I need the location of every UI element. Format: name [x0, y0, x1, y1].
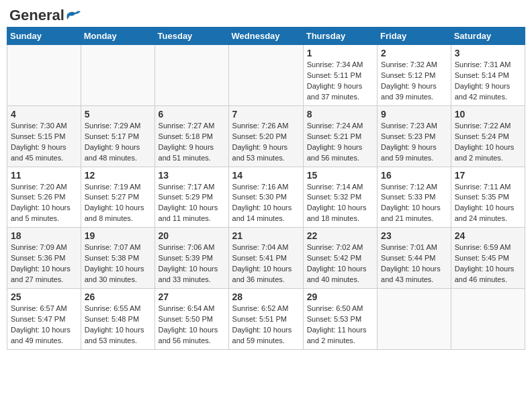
calendar-cell: 14Sunrise: 7:16 AM Sunset: 5:30 PM Dayli…: [228, 167, 303, 228]
calendar-week-row: 18Sunrise: 7:09 AM Sunset: 5:36 PM Dayli…: [7, 228, 525, 289]
calendar-cell: 11Sunrise: 7:20 AM Sunset: 5:26 PM Dayli…: [7, 167, 81, 228]
day-number: 1: [307, 48, 373, 58]
day-number: 17: [455, 170, 521, 181]
day-number: 27: [159, 291, 225, 302]
day-info: Sunrise: 6:55 AM Sunset: 5:48 PM Dayligh…: [85, 304, 151, 347]
day-info: Sunrise: 7:26 AM Sunset: 5:20 PM Dayligh…: [232, 121, 300, 164]
calendar-week-row: 1Sunrise: 7:34 AM Sunset: 5:11 PM Daylig…: [7, 45, 525, 106]
calendar-cell: 19Sunrise: 7:07 AM Sunset: 5:38 PM Dayli…: [81, 228, 154, 289]
calendar-cell: 13Sunrise: 7:17 AM Sunset: 5:29 PM Dayli…: [154, 167, 228, 228]
logo-bird-icon: [66, 9, 81, 21]
day-info: Sunrise: 7:17 AM Sunset: 5:29 PM Dayligh…: [159, 182, 225, 225]
calendar-cell: 17Sunrise: 7:11 AM Sunset: 5:35 PM Dayli…: [451, 167, 525, 228]
day-number: 28: [232, 291, 300, 302]
day-info: Sunrise: 7:27 AM Sunset: 5:18 PM Dayligh…: [159, 121, 225, 164]
day-number: 10: [455, 109, 521, 120]
page-header: General: [7, 7, 525, 21]
col-header-wednesday: Wednesday: [228, 28, 303, 45]
day-number: 23: [381, 230, 447, 241]
calendar-cell: 15Sunrise: 7:14 AM Sunset: 5:32 PM Dayli…: [303, 167, 377, 228]
calendar-table: SundayMondayTuesdayWednesdayThursdayFrid…: [7, 27, 525, 350]
calendar-header-row: SundayMondayTuesdayWednesdayThursdayFrid…: [7, 28, 525, 45]
calendar-cell: [451, 289, 525, 350]
calendar-cell: 22Sunrise: 7:02 AM Sunset: 5:42 PM Dayli…: [303, 228, 377, 289]
calendar-cell: [154, 45, 228, 106]
day-number: 22: [307, 230, 373, 241]
day-number: 6: [159, 109, 225, 120]
day-info: Sunrise: 7:14 AM Sunset: 5:32 PM Dayligh…: [307, 182, 373, 225]
day-number: 3: [455, 48, 521, 58]
calendar-cell: 1Sunrise: 7:34 AM Sunset: 5:11 PM Daylig…: [303, 45, 377, 106]
day-info: Sunrise: 7:31 AM Sunset: 5:14 PM Dayligh…: [455, 60, 521, 103]
col-header-friday: Friday: [378, 28, 451, 45]
day-number: 11: [11, 170, 77, 181]
calendar-cell: 2Sunrise: 7:32 AM Sunset: 5:12 PM Daylig…: [378, 45, 451, 106]
calendar-cell: 10Sunrise: 7:22 AM Sunset: 5:24 PM Dayli…: [451, 105, 525, 167]
col-header-thursday: Thursday: [303, 28, 377, 45]
day-number: 12: [85, 170, 151, 181]
calendar-cell: 27Sunrise: 6:54 AM Sunset: 5:50 PM Dayli…: [154, 289, 228, 350]
day-info: Sunrise: 7:19 AM Sunset: 5:27 PM Dayligh…: [85, 182, 151, 225]
day-info: Sunrise: 7:07 AM Sunset: 5:38 PM Dayligh…: [85, 242, 151, 285]
day-number: 9: [381, 109, 447, 120]
col-header-tuesday: Tuesday: [154, 28, 228, 45]
day-info: Sunrise: 7:11 AM Sunset: 5:35 PM Dayligh…: [455, 182, 521, 225]
logo-general: General: [9, 7, 64, 24]
day-number: 13: [159, 170, 225, 181]
calendar-cell: [378, 289, 451, 350]
calendar-cell: 9Sunrise: 7:23 AM Sunset: 5:23 PM Daylig…: [378, 105, 451, 167]
day-number: 5: [85, 109, 151, 120]
day-info: Sunrise: 7:20 AM Sunset: 5:26 PM Dayligh…: [11, 182, 77, 225]
calendar-cell: 18Sunrise: 7:09 AM Sunset: 5:36 PM Dayli…: [7, 228, 81, 289]
day-info: Sunrise: 6:59 AM Sunset: 5:45 PM Dayligh…: [455, 242, 521, 285]
calendar-cell: [7, 45, 81, 106]
day-number: 4: [11, 109, 77, 120]
day-info: Sunrise: 7:30 AM Sunset: 5:15 PM Dayligh…: [11, 121, 77, 164]
day-number: 29: [307, 291, 373, 302]
day-number: 19: [85, 230, 151, 241]
calendar-cell: 24Sunrise: 6:59 AM Sunset: 5:45 PM Dayli…: [451, 228, 525, 289]
calendar-cell: 21Sunrise: 7:04 AM Sunset: 5:41 PM Dayli…: [228, 228, 303, 289]
calendar-cell: 5Sunrise: 7:29 AM Sunset: 5:17 PM Daylig…: [81, 105, 154, 167]
day-info: Sunrise: 7:04 AM Sunset: 5:41 PM Dayligh…: [232, 242, 300, 285]
calendar-week-row: 4Sunrise: 7:30 AM Sunset: 5:15 PM Daylig…: [7, 105, 525, 167]
day-number: 21: [232, 230, 300, 241]
day-info: Sunrise: 7:09 AM Sunset: 5:36 PM Dayligh…: [11, 242, 77, 285]
col-header-saturday: Saturday: [451, 28, 525, 45]
calendar-week-row: 25Sunrise: 6:57 AM Sunset: 5:47 PM Dayli…: [7, 289, 525, 350]
day-info: Sunrise: 7:22 AM Sunset: 5:24 PM Dayligh…: [455, 121, 521, 164]
calendar-cell: 6Sunrise: 7:27 AM Sunset: 5:18 PM Daylig…: [154, 105, 228, 167]
day-info: Sunrise: 7:12 AM Sunset: 5:33 PM Dayligh…: [381, 182, 447, 225]
calendar-cell: [228, 45, 303, 106]
day-info: Sunrise: 7:01 AM Sunset: 5:44 PM Dayligh…: [381, 242, 447, 285]
calendar-cell: 23Sunrise: 7:01 AM Sunset: 5:44 PM Dayli…: [378, 228, 451, 289]
day-info: Sunrise: 7:34 AM Sunset: 5:11 PM Dayligh…: [307, 60, 373, 103]
day-number: 18: [11, 230, 77, 241]
calendar-cell: 4Sunrise: 7:30 AM Sunset: 5:15 PM Daylig…: [7, 105, 81, 167]
day-number: 25: [11, 291, 77, 302]
day-info: Sunrise: 6:50 AM Sunset: 5:53 PM Dayligh…: [307, 304, 373, 347]
day-info: Sunrise: 6:52 AM Sunset: 5:51 PM Dayligh…: [232, 304, 300, 347]
day-info: Sunrise: 7:06 AM Sunset: 5:39 PM Dayligh…: [159, 242, 225, 285]
day-number: 8: [307, 109, 373, 120]
calendar-cell: 25Sunrise: 6:57 AM Sunset: 5:47 PM Dayli…: [7, 289, 81, 350]
day-number: 24: [455, 230, 521, 241]
day-info: Sunrise: 6:57 AM Sunset: 5:47 PM Dayligh…: [11, 304, 77, 347]
col-header-monday: Monday: [81, 28, 154, 45]
calendar-cell: 7Sunrise: 7:26 AM Sunset: 5:20 PM Daylig…: [228, 105, 303, 167]
day-number: 26: [85, 291, 151, 302]
calendar-cell: 29Sunrise: 6:50 AM Sunset: 5:53 PM Dayli…: [303, 289, 377, 350]
day-info: Sunrise: 7:02 AM Sunset: 5:42 PM Dayligh…: [307, 242, 373, 285]
day-info: Sunrise: 6:54 AM Sunset: 5:50 PM Dayligh…: [159, 304, 225, 347]
calendar-week-row: 11Sunrise: 7:20 AM Sunset: 5:26 PM Dayli…: [7, 167, 525, 228]
day-info: Sunrise: 7:24 AM Sunset: 5:21 PM Dayligh…: [307, 121, 373, 164]
day-info: Sunrise: 7:29 AM Sunset: 5:17 PM Dayligh…: [85, 121, 151, 164]
calendar-cell: 3Sunrise: 7:31 AM Sunset: 5:14 PM Daylig…: [451, 45, 525, 106]
logo: General: [9, 7, 81, 21]
day-number: 7: [232, 109, 300, 120]
day-info: Sunrise: 7:32 AM Sunset: 5:12 PM Dayligh…: [381, 60, 447, 103]
calendar-cell: 26Sunrise: 6:55 AM Sunset: 5:48 PM Dayli…: [81, 289, 154, 350]
day-number: 16: [381, 170, 447, 181]
day-info: Sunrise: 7:23 AM Sunset: 5:23 PM Dayligh…: [381, 121, 447, 164]
calendar-cell: 16Sunrise: 7:12 AM Sunset: 5:33 PM Dayli…: [378, 167, 451, 228]
